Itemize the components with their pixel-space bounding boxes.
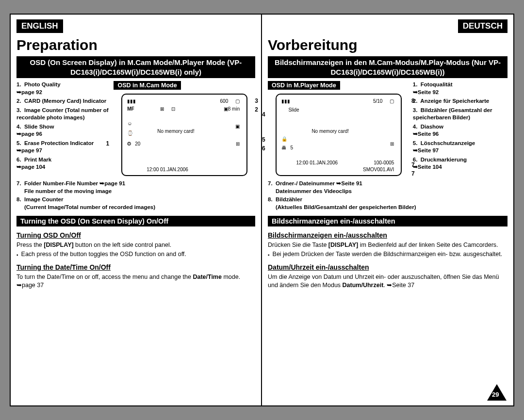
osd-band-en: OSD (On Screen Display) in M.Cam Mode/M.… xyxy=(16,56,255,78)
datetime: 12:00 01.JAN.2006 xyxy=(296,160,338,165)
lang-tab-deutsch: DEUTSCH xyxy=(458,19,508,33)
section-title-de: Vorbereitung xyxy=(268,37,508,53)
screen-wrap: 1 3 2 ▮▮▮ MF 600 ▢ ▣ 8 min ⊠ ⊡ No memory… xyxy=(114,94,255,176)
page-ref: ➥Seite 92 xyxy=(413,89,439,95)
osd-legend-de: 1. Fotoqualität➥Seite 92 2. Anzeige für … xyxy=(413,81,508,178)
page-number-corner: 29 xyxy=(487,384,507,401)
lcd-screen-mcam: ▮▮▮ MF 600 ▢ ▣ 8 min ⊠ ⊡ No memory card!… xyxy=(121,94,247,176)
photo-icon: ▣ xyxy=(235,124,240,129)
legend-item: Photo Quality xyxy=(24,81,61,87)
timer-icon: ⌚ xyxy=(127,130,133,136)
legend-item: Ordner-/ Dateinummer ➥Seite 91 xyxy=(276,180,362,186)
counter-5-10: 5/10 xyxy=(373,98,382,104)
page-ref: ➥Seite 96 xyxy=(413,131,439,137)
screen-wrap: 4 5 6 8 7 7 ▮▮▮ 5/10 ▢ Slide No memory c… xyxy=(268,94,410,176)
osd-figure-mcam: OSD in M.Cam Mode 1 3 2 ▮▮▮ MF 600 ▢ ▣ 8… xyxy=(114,81,255,178)
mf-icon: MF xyxy=(127,106,134,112)
count-20: 20 xyxy=(135,141,140,146)
folder-number: 100-0005 xyxy=(374,160,394,165)
legend-item: Diashow xyxy=(421,124,443,129)
legend-item: Image Counter xyxy=(24,196,64,202)
osd-onoff-band-en: Turning the OSD (On Screen Display) On/O… xyxy=(16,216,255,226)
datetime-key: Date/Time xyxy=(193,274,222,280)
legend-sub: File number of the moving image xyxy=(24,188,112,194)
legend-continued-de: 7. Ordner-/ Dateinummer ➥Seite 91 Datein… xyxy=(268,180,508,211)
callout-7: 7 xyxy=(411,162,415,168)
battery-icon: ▮▮▮ xyxy=(281,98,290,104)
grid-icon: ⊞ xyxy=(390,141,394,146)
page-ref: ➥Seite 97 xyxy=(413,147,439,153)
legend-sub: (Current Image/Total number of recorded … xyxy=(24,204,155,210)
callout-4: 4 xyxy=(262,111,265,118)
callout-5: 5 xyxy=(262,136,265,143)
no-memory-warning: No memory card! xyxy=(311,129,349,134)
card-icon: ▢ xyxy=(390,98,394,104)
subhead-datetime-en: Turning the Date/Time On/Off xyxy=(16,263,255,271)
osd-band-de: Bildschirmanzeigen in den M.Cam-Modus/M.… xyxy=(268,56,508,78)
osd-row-de: OSD in M.Player Mode 4 5 6 8 7 7 ▮▮▮ 5/1… xyxy=(268,81,508,178)
bullet-text: Bei jedem Drücken der Taste werden die B… xyxy=(273,250,503,258)
osd-legend-en: 1. Photo Quality➥page 92 2. CARD (Memory… xyxy=(16,81,111,178)
body-text: To turn the Date/Time on or off, access … xyxy=(16,274,193,280)
print-icon: 🖶 xyxy=(281,145,286,150)
lock-icon: 🔒 xyxy=(281,136,287,142)
column-deutsch: DEUTSCH Vorbereitung Bildschirmanzeigen … xyxy=(262,15,513,405)
print-count: 5 xyxy=(290,145,293,150)
lang-tab-english: ENGLISH xyxy=(16,19,63,33)
mode-icons: ⊠ ⊡ xyxy=(160,106,178,112)
callout-3: 3 xyxy=(255,97,258,104)
datetime-key: Datum/Uhrzeit xyxy=(343,282,384,289)
body-text: Press the xyxy=(16,242,44,248)
display-key: [DISPLAY] xyxy=(328,242,358,248)
grid-icon: ⊞ xyxy=(236,141,240,146)
battery-icon: ▮▮▮ xyxy=(127,98,136,104)
legend-item: Fotoqualität xyxy=(421,81,453,87)
osd-onoff-band-de: Bildschirmanzeigen ein-/ausschalten xyxy=(268,216,508,226)
page-number: 29 xyxy=(492,391,499,398)
subhead-osd-onoff-en: Turning OSD On/Off xyxy=(16,231,255,239)
legend-item: Print Mark xyxy=(24,157,51,162)
datetime: 12:00 01.JAN.2006 xyxy=(147,167,188,172)
legend-item: Erase Protection Indicator xyxy=(24,140,94,146)
subhead-datetime-de: Datum/Uhrzeit ein-/ausschalten xyxy=(268,263,508,271)
legend-sub: (Aktuelles Bild/Gesamtzahl der gespeiche… xyxy=(276,204,416,210)
body-datetime-en: To turn the Date/Time on or off, access … xyxy=(16,273,255,290)
osd-mode-label: OSD in M.Player Mode xyxy=(268,81,340,90)
body-text: button on the left side control panel. xyxy=(74,242,172,248)
count-600: 600 xyxy=(220,98,229,104)
legend-item: Folder Number-File Number ➥page 91 xyxy=(24,180,125,186)
page-ref: ➥page 92 xyxy=(16,89,42,95)
legend-item: Image Counter (Total number of recordabl… xyxy=(16,107,109,121)
column-english: ENGLISH Preparation OSD (On Screen Displ… xyxy=(11,15,262,405)
face-icon: ☺ xyxy=(127,121,132,126)
page-ref: ➥page 97 xyxy=(16,147,42,153)
body-datetime-de: Um die Anzeige von Datum und Uhrzeit ein… xyxy=(268,273,508,290)
slide-label: Slide xyxy=(288,107,299,113)
manual-page: ENGLISH Preparation OSD (On Screen Displ… xyxy=(10,14,514,406)
clip-filename: SMOV001.AVI xyxy=(363,167,394,172)
osd-mode-label: OSD in M.Cam Mode xyxy=(114,81,180,90)
page-ref: ➥Seite 104 xyxy=(413,164,442,170)
fan-icon: ❂ xyxy=(127,141,131,146)
legend-sub: Dateinummer des Videoclips xyxy=(276,188,352,194)
callout-6: 6 xyxy=(262,145,265,152)
osd-row-en: 1. Photo Quality➥page 92 2. CARD (Memory… xyxy=(16,81,255,178)
callout-7b: 7 xyxy=(411,170,415,177)
display-key: [DISPLAY] xyxy=(44,242,73,248)
card-icon: ▢ xyxy=(235,98,240,104)
legend-item: Löschschutzanzeige xyxy=(421,140,475,146)
callout-1: 1 xyxy=(106,140,109,147)
callout-2: 2 xyxy=(255,106,258,113)
body-text: im Bedienfeld auf der linken Seite des C… xyxy=(358,242,498,248)
legend-item: CARD (Memory Card) Indicator xyxy=(24,98,106,104)
no-memory-warning: No memory card! xyxy=(157,129,195,134)
body-osd-onoff-de: Drücken Sie die Taste [DISPLAY] im Bedie… xyxy=(268,241,508,258)
bullet-text: Each press of the button toggles the OSD… xyxy=(21,250,186,258)
legend-continued-en: 7. Folder Number-File Number ➥page 91 Fi… xyxy=(16,180,255,211)
legend-item: Anzeige für Speicherkarte xyxy=(420,98,489,104)
lcd-screen-mplayer: ▮▮▮ 5/10 ▢ Slide No memory card! 🔒 🖶 5 ⊞… xyxy=(276,94,402,176)
legend-item: Druckmarkierung xyxy=(421,157,467,162)
callout-8: 8 xyxy=(411,97,415,104)
subhead-osd-onoff-de: Bildschirmanzeigen ein-/ausschalten xyxy=(268,231,508,239)
legend-item: Bildzähler xyxy=(276,196,302,202)
